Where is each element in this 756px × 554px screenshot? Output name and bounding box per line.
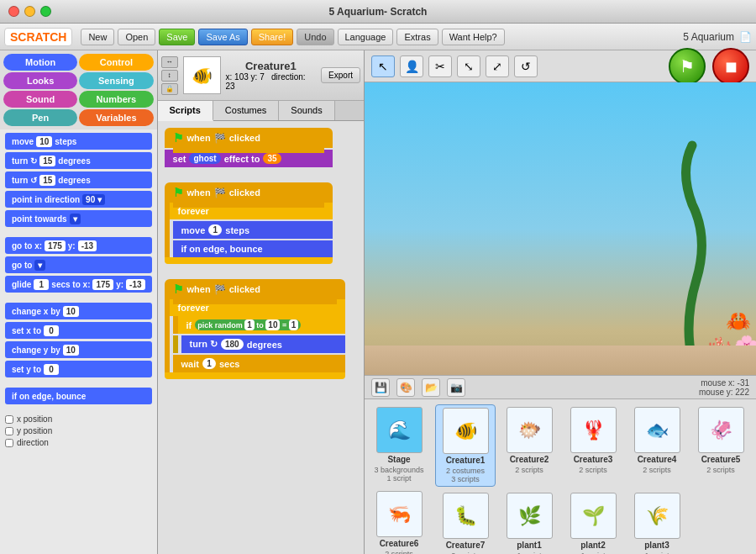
change-x-block[interactable]: change x by 10 (5, 303, 152, 319)
plant3-name: plant3 (644, 541, 669, 550)
cat-variables[interactable]: Variables (79, 109, 153, 126)
stage-btn-2[interactable]: 🎨 (396, 378, 415, 397)
tab-sounds[interactable]: Sounds (279, 101, 334, 120)
sprite-controls: ↔ ↕ 🔒 (161, 56, 178, 95)
wait-block[interactable]: wait 1 secs (173, 355, 345, 372)
cat-numbers[interactable]: Numbers (79, 91, 153, 108)
sprite-card-creature2[interactable]: 🐡 Creature2 2 scripts (499, 404, 559, 487)
turn-cw-block[interactable]: turn ↻ 15 degrees (5, 152, 152, 169)
creature4-thumb: 🐟 (634, 407, 680, 453)
save-button[interactable]: Save (159, 29, 195, 45)
blocks-palette: move 10 steps turn ↻ 15 degrees turn ↺ 1… (0, 129, 157, 554)
stop-button[interactable]: ◼ (712, 48, 749, 85)
stage-btn-3[interactable]: 📂 (422, 378, 440, 397)
mouse-info: mouse x: -31 mouse y: 222 (699, 378, 749, 397)
scripts-canvas: ⚑ when 🏁 clicked set ghost effect to 35 … (158, 121, 364, 554)
stage-btn-4[interactable]: 📷 (447, 378, 465, 397)
move-block[interactable]: move 10 steps (5, 133, 152, 150)
tool-rotate[interactable]: ↺ (514, 55, 538, 77)
sprite-ctrl-3[interactable]: 🔒 (161, 83, 178, 95)
stage-column: 🌊 Stage 3 backgrounds1 script 🦐 Creature… (370, 404, 428, 554)
edge-bounce-block[interactable]: if on edge, bounce (5, 388, 152, 404)
cat-sound[interactable]: Sound (3, 91, 77, 108)
glide-block[interactable]: glide 1 secs to x: 175 y: -13 (5, 276, 152, 293)
export-button[interactable]: Export (321, 67, 360, 83)
when-flag-hat-3[interactable]: ⚑ when 🏁 clicked (165, 279, 345, 299)
stage-info: 3 backgrounds1 script (374, 466, 423, 483)
set-y-block[interactable]: set y to 0 (5, 361, 152, 377)
y-position-checkbox[interactable]: y position (5, 426, 152, 435)
creature5-scripts: 2 scripts (706, 466, 735, 474)
menubar: SCRATCH New Open Save Save As Share! Und… (0, 24, 756, 50)
stage-btn-1[interactable]: 💾 (371, 378, 390, 397)
if-block[interactable]: if pick random 1 to 10 = 1 (173, 316, 345, 334)
sprite-card-creature3[interactable]: 🦞 Creature3 2 scripts (563, 404, 623, 487)
goto-block[interactable]: go to ▾ (5, 256, 152, 273)
tool-scissors[interactable]: ✂ (428, 55, 452, 77)
stage-area[interactable]: 🐠 🐟 🐡 🐠 🦐 🪼 🦀 🦞 🌸 🪸 🌿 🪸 (365, 82, 756, 375)
sprite-ctrl-1[interactable]: ↔ (161, 56, 178, 68)
sprite-card-plant1[interactable]: 🌿 plant1 1 script (499, 490, 559, 554)
move-1-block[interactable]: move 1 steps (173, 221, 333, 239)
tool-stamp[interactable]: 👤 (400, 55, 423, 77)
when-flag-hat-1[interactable]: ⚑ when 🏁 clicked (165, 128, 333, 148)
new-button[interactable]: New (81, 29, 114, 45)
creature5-name: Creature5 (701, 455, 741, 464)
plant2-thumb: 🌱 (570, 493, 617, 539)
sprite-card-creature7[interactable]: 🐛 Creature7 2 scripts (435, 490, 496, 554)
saveas-button[interactable]: Save As (198, 29, 247, 45)
change-y-block[interactable]: change y by 10 (5, 341, 152, 358)
undo-button[interactable]: Undo (297, 29, 333, 45)
tool-arrow[interactable]: ↖ (371, 55, 395, 77)
mouse-y: 222 (735, 388, 749, 397)
sprite-card-creature4[interactable]: 🐟 Creature4 2 scripts (627, 404, 687, 487)
edge-bounce-block-2[interactable]: if on edge, bounce (173, 240, 333, 257)
sprites-panel: 🌊 Stage 3 backgrounds1 script 🦐 Creature… (365, 398, 756, 554)
tab-scripts[interactable]: Scripts (158, 101, 213, 121)
cat-looks[interactable]: Looks (3, 72, 77, 89)
stage-bottom: 💾 🎨 📂 📷 mouse x: -31 mouse y: 222 (365, 375, 756, 398)
stage-card[interactable]: 🌊 Stage 3 backgrounds1 script (370, 404, 428, 485)
maximize-button[interactable] (40, 6, 51, 17)
mouse-x: -31 (738, 378, 749, 388)
minimize-button[interactable] (24, 6, 35, 17)
point-direction-block[interactable]: point in direction 90 ▾ (5, 191, 152, 208)
tool-expand[interactable]: ⤡ (457, 55, 480, 77)
sprite-card-plant3[interactable]: 🌾 plant3 1 script (627, 490, 687, 554)
direction-checkbox[interactable]: direction (5, 438, 152, 447)
project-name: 5 Aquarium (683, 31, 734, 43)
stage-panel: ↖ 👤 ✂ ⤡ ⤢ ↺ ⚑ ◼ (365, 50, 756, 554)
share-button[interactable]: Share! (251, 29, 293, 45)
scratch-logo: SCRATCH (4, 28, 72, 46)
close-button[interactable] (8, 6, 19, 17)
sprite-card-creature6[interactable]: 🦐 Creature6 2 scripts (370, 488, 428, 554)
turn-180-block[interactable]: turn ↻ 180 degrees (181, 335, 345, 353)
point-towards-block[interactable]: point towards ▾ (5, 210, 152, 227)
open-button[interactable]: Open (118, 29, 155, 45)
x-position-checkbox[interactable]: x position (5, 414, 152, 424)
cat-control[interactable]: Control (79, 54, 153, 71)
tab-costumes[interactable]: Costumes (213, 101, 280, 120)
set-x-block[interactable]: set x to 0 (5, 322, 152, 339)
cat-motion[interactable]: Motion (3, 54, 77, 71)
language-button[interactable]: Language (338, 29, 394, 45)
cat-sensing[interactable]: Sensing (79, 72, 153, 89)
when-flag-hat-2[interactable]: ⚑ when 🏁 clicked (165, 182, 333, 203)
creature4-name: Creature4 (638, 455, 677, 464)
sprite-ctrl-2[interactable]: ↕ (161, 70, 178, 82)
extras-button[interactable]: Extras (396, 29, 438, 45)
sprite-card-creature1[interactable]: 🐠 Creature1 2 costumes3 scripts (435, 404, 496, 487)
creature2-thumb: 🐡 (507, 407, 553, 453)
plant1-name: plant1 (517, 541, 541, 550)
creature1-thumb: 🐠 (443, 408, 489, 454)
goto-xy-block[interactable]: go to x: 175 y: -13 (5, 237, 152, 254)
cat-pen[interactable]: Pen (3, 109, 77, 126)
help-button[interactable]: Want Help? (442, 29, 505, 45)
sprite-card-creature5[interactable]: 🦑 Creature5 2 scripts (690, 404, 751, 487)
green-flag-button[interactable]: ⚑ (669, 48, 706, 85)
tool-shrink[interactable]: ⤢ (486, 55, 509, 77)
sprite-card-plant2[interactable]: 🌱 plant2 1 script (563, 490, 623, 554)
plant3-thumb: 🌾 (634, 493, 680, 539)
turn-ccw-block[interactable]: turn ↺ 15 degrees (5, 171, 152, 188)
creature3-name: Creature3 (574, 455, 613, 464)
